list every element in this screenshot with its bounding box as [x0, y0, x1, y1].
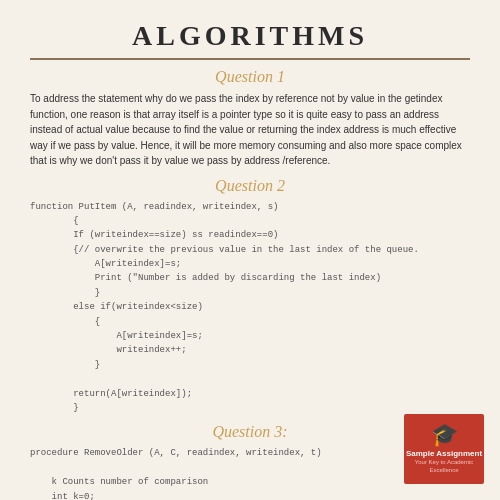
logo-icon: 🎓: [431, 424, 458, 446]
page-title: ALGORITHMS: [30, 20, 470, 52]
logo-main-text: Sample Assignment: [406, 449, 482, 459]
question2-heading: Question 2: [30, 177, 470, 195]
page: ALGORITHMS Question 1 To address the sta…: [0, 0, 500, 500]
question1-body: To address the statement why do we pass …: [30, 91, 470, 169]
logo-sub-text: Your Key to Academic Excellence: [404, 459, 484, 475]
question1-heading: Question 1: [30, 68, 470, 86]
title-divider: [30, 58, 470, 60]
question2-code: function PutItem (A, readindex, writeind…: [30, 200, 470, 416]
logo-box: 🎓 Sample Assignment Your Key to Academic…: [404, 414, 484, 484]
